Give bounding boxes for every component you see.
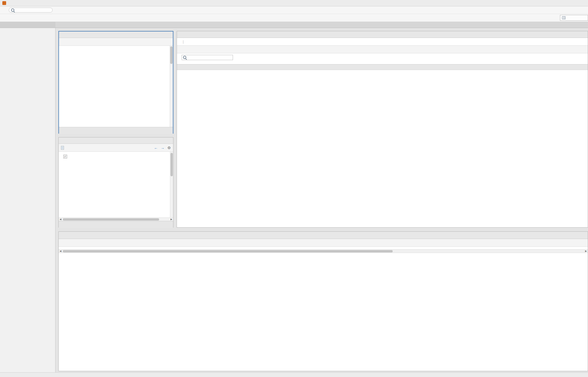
properties-vertical-scrollbar[interactable] — [170, 152, 173, 217]
titlebar — [0, 0, 588, 6]
design-runs-panel: ◀ ▶ — [58, 231, 588, 371]
enabled-row: ✓ — [63, 155, 173, 158]
runs-horizontal-scrollbar[interactable]: ◀ ▶ — [59, 249, 588, 253]
scroll-left-icon[interactable]: ◀ — [59, 249, 62, 253]
enabled-checkbox[interactable]: ✓ — [63, 155, 67, 158]
file-icon — [61, 146, 64, 150]
details-body — [177, 70, 588, 114]
sources-panel-titlebar — [59, 32, 173, 38]
vivado-window: ← → ⚙ ✓ ◀ ▶ | — [0, 0, 588, 377]
properties-panel-titlebar — [59, 137, 173, 144]
source-file-properties-panel: ← → ⚙ ✓ ◀ ▶ — [58, 137, 173, 228]
layout-columns-icon — [562, 16, 566, 19]
sources-tree — [59, 46, 173, 127]
sources-panel — [58, 31, 173, 134]
menubar — [0, 6, 588, 14]
forward-button[interactable]: → — [161, 146, 164, 150]
search-icon — [183, 55, 187, 60]
properties-settings-gear-icon[interactable]: ⚙ — [167, 146, 171, 150]
properties-subheader: ← → ⚙ — [59, 144, 173, 152]
catalog-search-input[interactable] — [182, 55, 233, 60]
search-icon — [11, 8, 15, 12]
properties-horizontal-scrollbar[interactable]: ◀ ▶ — [59, 217, 173, 221]
flow-navigator-header — [0, 22, 55, 28]
project-manager-header — [55, 22, 588, 28]
catalog-subtabs: | — [177, 38, 588, 46]
subtab-separator: | — [183, 40, 184, 44]
main-toolbar — [0, 14, 588, 22]
header-band — [0, 22, 588, 28]
properties-body: ✓ — [59, 152, 173, 217]
scroll-left-icon[interactable]: ◀ — [59, 218, 62, 221]
sources-vertical-scrollbar[interactable] — [170, 46, 173, 127]
statusbar — [0, 372, 588, 377]
scroll-right-icon[interactable]: ▶ — [584, 249, 588, 253]
ip-catalog-panel: | — [177, 31, 588, 228]
details-section-title — [177, 64, 588, 70]
back-button[interactable]: ← — [154, 146, 158, 150]
catalog-search-row — [177, 53, 588, 62]
vivado-logo-icon — [2, 1, 6, 5]
flow-navigator — [0, 28, 55, 372]
quick-access-search[interactable] — [9, 8, 53, 13]
scroll-right-icon[interactable]: ▶ — [170, 218, 173, 221]
layout-selector-button[interactable] — [560, 15, 588, 21]
